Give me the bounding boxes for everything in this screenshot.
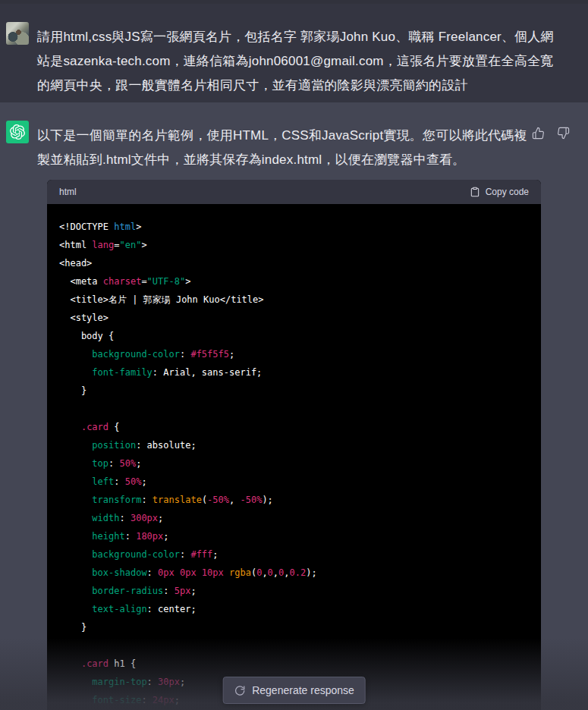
code-token: >	[136, 221, 141, 232]
code-token: transform	[92, 495, 141, 505]
thumbs-up-button[interactable]	[532, 127, 545, 140]
code-token	[59, 495, 92, 505]
code-line: height: 180px;	[59, 527, 529, 545]
code-token: :	[147, 567, 158, 578]
regenerate-label: Regenerate response	[252, 684, 354, 696]
code-token: <meta	[59, 276, 103, 287]
copy-code-label: Copy code	[486, 187, 529, 197]
code-token: left	[92, 476, 114, 487]
code-token: <style>	[59, 313, 108, 323]
code-token: background-color	[92, 349, 180, 360]
code-token: ;	[180, 677, 185, 687]
user-message-text: 請用html,css與JS寫一張網頁名片，包括名字 郭家瑒John Kuo、職稱…	[37, 25, 562, 98]
feedback-buttons	[532, 124, 577, 140]
code-token	[59, 531, 92, 542]
user-message-content: 請用html,css與JS寫一張網頁名片，包括名字 郭家瑒John Kuo、職稱…	[37, 22, 577, 98]
code-token: 50%	[120, 458, 137, 469]
code-line: body {	[59, 327, 529, 345]
assistant-message-row: 以下是一個簡單的名片範例，使用HTML，CSS和JavaScript實現。您可以…	[0, 102, 588, 710]
code-token: <head>	[59, 258, 92, 269]
chat-screen: 請用html,css與JS寫一張網頁名片，包括名字 郭家瑒John Kuo、職稱…	[0, 0, 588, 710]
code-line: .card h1 {	[59, 655, 529, 673]
code-token: border-radius	[92, 586, 163, 596]
code-token: :	[141, 695, 152, 705]
code-token: 5px	[175, 586, 191, 596]
code-token: .card	[81, 422, 108, 432]
code-token: -50%	[207, 495, 229, 505]
user-avatar	[6, 22, 29, 45]
code-token	[59, 367, 92, 378]
code-token: <!DOCTYPE	[59, 221, 114, 232]
code-token: <html	[59, 240, 92, 250]
code-token: 30px	[158, 677, 180, 687]
code-line: position: absolute;	[59, 436, 529, 454]
code-token: "UTF-8"	[147, 276, 186, 287]
code-token: );	[262, 495, 272, 505]
code-token	[59, 349, 92, 360]
code-token	[59, 567, 92, 578]
copy-code-button[interactable]: Copy code	[470, 187, 529, 197]
code-line: }	[59, 618, 529, 636]
code-token: :	[180, 549, 190, 560]
code-token: ,	[273, 567, 278, 578]
code-line: width: 300px;	[59, 509, 529, 527]
code-token: translate	[153, 495, 202, 505]
code-token: =	[114, 240, 119, 250]
code-token: :	[125, 531, 136, 542]
code-token: box-shadow	[92, 567, 146, 578]
code-token: ;	[212, 549, 218, 560]
regenerate-response-button[interactable]: Regenerate response	[222, 677, 366, 704]
regenerate-icon	[234, 685, 245, 696]
code-token: ;	[136, 458, 141, 469]
code-line: <!DOCTYPE html>	[59, 218, 529, 236]
code-token: {	[108, 422, 119, 432]
code-block-header: html Copy code	[47, 180, 541, 204]
assistant-message-content: 以下是一個簡單的名片範例，使用HTML，CSS和JavaScript實現。您可以…	[37, 121, 577, 710]
thumbs-down-button[interactable]	[557, 127, 570, 140]
code-token: );	[306, 567, 316, 578]
code-token: 0.2	[290, 567, 307, 578]
code-token	[59, 549, 92, 560]
code-language-label: html	[59, 187, 77, 197]
code-token: }	[59, 385, 86, 396]
code-line: background-color: #f5f5f5;	[59, 345, 529, 363]
code-line: background-color: #fff;	[59, 545, 529, 564]
code-token: font-size	[92, 695, 141, 705]
code-token: ;	[163, 531, 168, 542]
code-token	[59, 586, 92, 596]
code-token: background-color	[92, 549, 180, 560]
code-token: }	[59, 622, 86, 633]
code-lines: <!DOCTYPE html><html lang="en"><head> <m…	[47, 204, 541, 710]
assistant-message-text: 以下是一個簡單的名片範例，使用HTML，CSS和JavaScript實現。您可以…	[37, 124, 530, 172]
code-token: :	[108, 458, 119, 469]
code-token: :	[147, 677, 158, 687]
code-block: html Copy code <!DOCTYPE html><html lang…	[47, 180, 541, 710]
code-token: -50%	[240, 495, 262, 505]
code-token: .card	[81, 658, 108, 669]
thumbs-down-icon	[557, 127, 570, 140]
user-message-row: 請用html,css與JS寫一張網頁名片，包括名字 郭家瑒John Kuo、職稱…	[0, 4, 588, 102]
code-line: <style>	[59, 309, 529, 327]
code-token: :	[163, 586, 174, 596]
code-token: top	[92, 458, 108, 469]
code-line: <meta charset="UTF-8">	[59, 272, 529, 291]
code-token	[59, 458, 92, 469]
code-token: :	[180, 349, 190, 360]
thumbs-up-icon	[532, 127, 545, 140]
code-token: html	[114, 221, 136, 232]
code-token: >	[141, 240, 146, 250]
code-token	[59, 658, 81, 669]
code-token: height	[92, 531, 124, 542]
code-token	[59, 422, 81, 432]
clipboard-icon	[470, 187, 480, 197]
code-token: : Arial, sans-serif;	[153, 367, 263, 378]
code-token	[59, 476, 92, 487]
code-token: 0	[268, 567, 273, 578]
code-token: font-family	[92, 367, 152, 378]
code-line: top: 50%;	[59, 454, 529, 473]
code-token: >	[185, 276, 190, 287]
code-token	[59, 513, 92, 523]
code-token: "en"	[120, 240, 142, 250]
code-line	[59, 400, 529, 418]
code-token: position	[92, 440, 136, 451]
